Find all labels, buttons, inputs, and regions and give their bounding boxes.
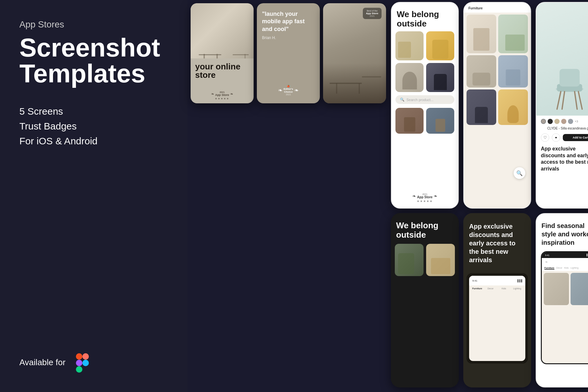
swatch-5[interactable]	[568, 119, 573, 124]
svg-rect-2	[76, 360, 82, 366]
screen5-grid	[464, 13, 530, 127]
screen2-badge-inner: 🍎 Editor's Choice 2021	[284, 85, 293, 96]
screen4-badge-label: App Store	[417, 195, 433, 199]
screen7-app-preview: 9:41 ▐▐▐ Furniture Decor Kids Lighting	[469, 276, 525, 361]
s5-img3	[467, 55, 496, 88]
screen2-year: 2021	[286, 93, 291, 96]
screen4-search[interactable]: 🔍 Search product...	[395, 95, 454, 104]
s5-img1	[467, 15, 496, 53]
screen7-text-area: App exclusive discounts and early access…	[463, 213, 531, 273]
swatch-3[interactable]	[554, 119, 560, 124]
laurel-right-4: ❧	[434, 193, 437, 199]
screen7-signal: ▐▐▐	[517, 279, 522, 282]
screen7-phone-inner: 9:41 ▐▐▐ Furniture Decor Kids Lighting	[467, 273, 528, 364]
screen6-wishlist-btn[interactable]: ♡	[541, 133, 549, 142]
features-list: 5 Screens Trust Badges For iOS & Android	[19, 106, 168, 147]
s5-plant	[505, 35, 525, 51]
screen6-product-img	[536, 3, 588, 116]
screen5-inner: Furniture	[464, 3, 530, 208]
cat-decor: Decor	[556, 267, 562, 270]
nav-lighting: Lighting	[511, 287, 523, 290]
screen5-search-icon: 🔍	[516, 170, 523, 176]
screen-editors-choice: "launch your mobile app fast and cool" B…	[257, 3, 320, 103]
screen4-grid2	[392, 108, 458, 134]
screen7-time: 9:41	[472, 279, 478, 282]
available-label: Available for	[19, 357, 66, 367]
screen2-badge-icon: 🍎	[287, 85, 290, 88]
s4b-furniture	[431, 258, 450, 274]
cat-furniture: Furniture	[544, 267, 554, 270]
screen2-badge: ❧ 🍎 Editor's Choice 2021 ❧	[278, 85, 299, 96]
screen4-img6	[426, 108, 454, 134]
screen1-text-area: your online store	[191, 58, 254, 83]
screen3-badge: Best of the App Store 2021	[363, 8, 382, 19]
screen1-badge-label: App Store	[215, 93, 229, 97]
screen6-share-btn[interactable]: ●	[552, 133, 560, 142]
screen-online-store: your online store ❧ 2021 App Store ❧ ★★★…	[191, 3, 254, 103]
screen1-badge: ❧ 2021 App Store ❧ ★★★★★	[211, 91, 233, 100]
svg-line-10	[562, 91, 565, 109]
screen3-year: 2021	[370, 15, 375, 17]
nav-decor: Decor	[484, 287, 497, 290]
laurel-right-1: ❧	[230, 92, 233, 96]
screen5-header: Furniture	[464, 3, 530, 13]
screen4b-headline: We belong outside	[396, 221, 454, 239]
screen-seasonal-bottom: Find seasonal style and workout inspirat…	[536, 213, 588, 387]
screen6-chair-svg	[547, 57, 588, 116]
swatch-more: +3	[575, 120, 578, 123]
s4-sofa	[432, 40, 448, 59]
figma-logo	[72, 352, 93, 373]
svg-point-4	[82, 360, 89, 366]
nav-furniture: Furniture	[471, 287, 483, 290]
screen6-swatches: +3	[541, 119, 588, 124]
swatch-2[interactable]	[548, 119, 553, 124]
feature-badges: Trust Badges	[19, 121, 168, 132]
table-leg-3	[245, 54, 246, 58]
s4-dark-chair	[434, 74, 447, 90]
screen1-badge-text: 2021 App Store	[215, 91, 229, 97]
available-row: Available for	[19, 352, 168, 373]
screen4-stars: ★★★★★	[417, 200, 433, 203]
s8-img1	[544, 273, 569, 305]
screen7-inner: App exclusive discounts and early access…	[463, 213, 531, 387]
left-panel: App Stores ScreenshotTemplates 5 Screens…	[0, 0, 187, 392]
swatch-4[interactable]	[561, 119, 566, 124]
screen-product-detail: +3 CLYDE - Silla escandinava gris ♡ ● Ad…	[536, 2, 588, 209]
left-top-content: App Stores ScreenshotTemplates 5 Screens…	[19, 19, 168, 160]
screen1-headline: your online store	[195, 62, 249, 79]
screen8-header: Find seasonal style and workout inspirat…	[536, 214, 588, 251]
screen8-content: ← 🛒 Furniture Decor Kids Lighting	[542, 258, 588, 363]
svg-line-11	[575, 91, 577, 109]
screen8-status-bar: 9:41 ▐▐▐ 🔋	[542, 252, 588, 258]
s5-lamp	[508, 105, 519, 123]
s4-chair1	[398, 42, 411, 58]
laurel-right-2: ❧	[294, 87, 299, 93]
laurel-left-1: ❧	[211, 92, 214, 96]
screen8-signal-icons: ▐▐▐ 🔋	[586, 254, 588, 256]
s5-blue-chair	[506, 69, 520, 86]
screen8-products	[542, 271, 588, 307]
s5-img4	[498, 55, 528, 88]
screen-browse-grid: Furniture	[463, 2, 531, 209]
s5-img5	[467, 89, 496, 125]
screen4-headline: We belong outside	[397, 10, 453, 28]
screen8-inner: Find seasonal style and workout inspirat…	[536, 214, 588, 387]
s4-lamp	[402, 72, 417, 89]
screen5-search-btn[interactable]: 🔍	[514, 167, 525, 179]
screen8-toolbar: ← 🛒	[542, 258, 588, 265]
swatch-1[interactable]	[541, 119, 546, 124]
laurel-left-2: ❧	[278, 87, 282, 93]
s4-lamp2	[436, 119, 445, 132]
screen3-best-text: Best of the	[367, 10, 377, 12]
s4b-plant	[398, 253, 414, 274]
screen4-search-placeholder: Search product...	[406, 98, 434, 102]
screen4-img5	[395, 108, 424, 134]
table-leg-1	[204, 54, 205, 58]
screen6-add-to-cart-btn[interactable]: Add to Cart	[563, 134, 588, 141]
screen1-inner: your online store ❧ 2021 App Store ❧ ★★★…	[191, 3, 254, 103]
screen6-actions: ♡ ● Add to Cart	[541, 133, 588, 142]
screen4b-header: We belong outside	[391, 213, 459, 244]
screen3-inner: Best of the App Store 2021	[323, 3, 386, 103]
s5-img6	[498, 89, 528, 125]
nav-kids: Kids	[498, 287, 510, 290]
